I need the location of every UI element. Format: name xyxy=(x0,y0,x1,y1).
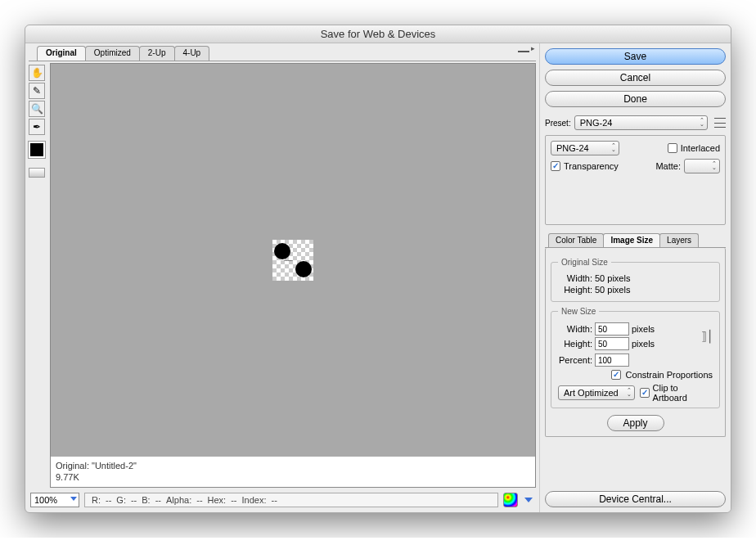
orig-width-label: Width: xyxy=(558,273,592,283)
tab-original[interactable]: Original xyxy=(37,46,86,61)
clip-label: Clip to Artboard xyxy=(653,383,713,403)
view-tabs: Original Optimized 2-Up 4-Up xyxy=(29,45,536,61)
interlaced-checkbox[interactable] xyxy=(668,143,677,153)
statusbar: 100% R:-- G:-- B:-- Alpha:-- Hex:-- Inde… xyxy=(29,491,536,509)
cancel-button[interactable]: Cancel xyxy=(545,70,726,86)
preset-select[interactable]: PNG-24 xyxy=(574,115,708,130)
percent-input[interactable] xyxy=(595,354,629,367)
zoom-tool-icon[interactable]: 🔍 xyxy=(29,101,45,117)
matte-select[interactable] xyxy=(684,159,720,173)
original-size-group: Original Size Width:50 pixels Height:50 … xyxy=(551,258,720,302)
optimize-menu-icon[interactable] xyxy=(714,118,726,128)
tab-optimized[interactable]: Optimized xyxy=(85,46,140,61)
original-size-legend: Original Size xyxy=(558,258,611,267)
clip-checkbox[interactable] xyxy=(640,388,650,398)
zoom-select[interactable]: 100% xyxy=(30,493,79,507)
width-label: Width: xyxy=(558,324,592,334)
preset-label: Preset: xyxy=(545,119,571,128)
canvas[interactable]: ~~~~ xyxy=(51,64,535,456)
link-icon[interactable]: ⟧⁠⎮ xyxy=(701,330,713,343)
preset-row: Preset: PNG-24 xyxy=(545,115,726,130)
tab-2up[interactable]: 2-Up xyxy=(139,46,175,61)
color-readout: R:-- G:-- B:-- Alpha:-- Hex:-- Index:-- xyxy=(84,493,498,507)
tab-flyout-icon[interactable] xyxy=(518,51,529,61)
canvas-info: Original: "Untitled-2" 9.77K xyxy=(51,456,535,487)
format-select[interactable]: PNG-24 xyxy=(551,141,619,155)
width-unit: pixels xyxy=(632,324,655,334)
file-size-label: 9.77K xyxy=(56,471,530,483)
width-input[interactable] xyxy=(595,322,629,336)
matte-label: Matte: xyxy=(655,161,681,171)
browser-preview-icon[interactable] xyxy=(503,493,518,507)
toggle-slice-visibility-icon[interactable] xyxy=(29,168,45,178)
quality-select[interactable]: Art Optimized xyxy=(558,385,635,400)
size-panel: Original Size Width:50 pixels Height:50 … xyxy=(545,248,726,437)
tab-4up[interactable]: 4-Up xyxy=(174,46,210,61)
canvas-wrap: ~~~~ Original: "Untitled-2" 9.77K xyxy=(50,63,536,488)
preview-row: ✋ ✎ 🔍 ✒ ~~~~ xyxy=(29,63,536,488)
size-tabs: Color Table Image Size Layers xyxy=(545,233,726,248)
percent-label: Percent: xyxy=(558,355,592,365)
artboard: ~~~~ xyxy=(272,240,313,281)
hand-tool-icon[interactable]: ✋ xyxy=(29,65,45,81)
shape-circle-2 xyxy=(295,261,312,277)
size-panel-wrap: Color Table Image Size Layers Original S… xyxy=(545,230,726,437)
interlaced-label: Interlaced xyxy=(681,143,720,153)
format-panel: PNG-24 Interlaced Transparency Matte: xyxy=(545,135,726,225)
orig-height-label: Height: xyxy=(558,285,592,295)
device-central-button[interactable]: Device Central... xyxy=(545,491,726,507)
content: Original Optimized 2-Up 4-Up ✋ ✎ 🔍 ✒ xyxy=(25,43,731,512)
foreground-swatch[interactable] xyxy=(29,142,45,158)
file-name-label: Original: "Untitled-2" xyxy=(56,460,530,471)
slice-tool-icon[interactable]: ✎ xyxy=(29,83,45,99)
tab-layers[interactable]: Layers xyxy=(659,233,699,247)
preview-pane: Original Optimized 2-Up 4-Up ✋ ✎ 🔍 ✒ xyxy=(25,43,539,512)
new-size-group: New Size Width:pixels Height:pixels ⟧⁠⎮ … xyxy=(551,307,720,408)
tab-color-table[interactable]: Color Table xyxy=(548,233,604,247)
height-label: Height: xyxy=(558,339,592,349)
done-button[interactable]: Done xyxy=(545,91,726,107)
eyedropper-tool-icon[interactable]: ✒ xyxy=(29,119,45,135)
constrain-checkbox[interactable] xyxy=(611,370,621,380)
dialog-title: Save for Web & Devices xyxy=(321,28,436,40)
transparency-label: Transparency xyxy=(564,161,619,171)
orig-height-value: 50 pixels xyxy=(595,285,630,295)
apply-button[interactable]: Apply xyxy=(607,415,664,431)
new-size-legend: New Size xyxy=(558,307,599,316)
height-unit: pixels xyxy=(632,339,655,349)
shape-circle-1 xyxy=(274,243,290,259)
tab-image-size[interactable]: Image Size xyxy=(603,233,660,247)
transparency-checkbox[interactable] xyxy=(551,161,560,171)
dialog: Save for Web & Devices Original Optimize… xyxy=(25,25,731,513)
constrain-label: Constrain Proportions xyxy=(626,370,713,380)
save-button[interactable]: Save xyxy=(545,48,726,65)
orig-width-value: 50 pixels xyxy=(595,273,630,283)
settings-pane: Save Cancel Done Preset: PNG-24 PNG-24 I… xyxy=(539,43,731,512)
height-input[interactable] xyxy=(595,337,629,350)
browser-menu-icon[interactable] xyxy=(523,494,534,506)
titlebar: Save for Web & Devices xyxy=(25,25,731,43)
squiggle: ~~~~ xyxy=(284,258,292,263)
toolstrip: ✋ ✎ 🔍 ✒ xyxy=(29,63,47,488)
